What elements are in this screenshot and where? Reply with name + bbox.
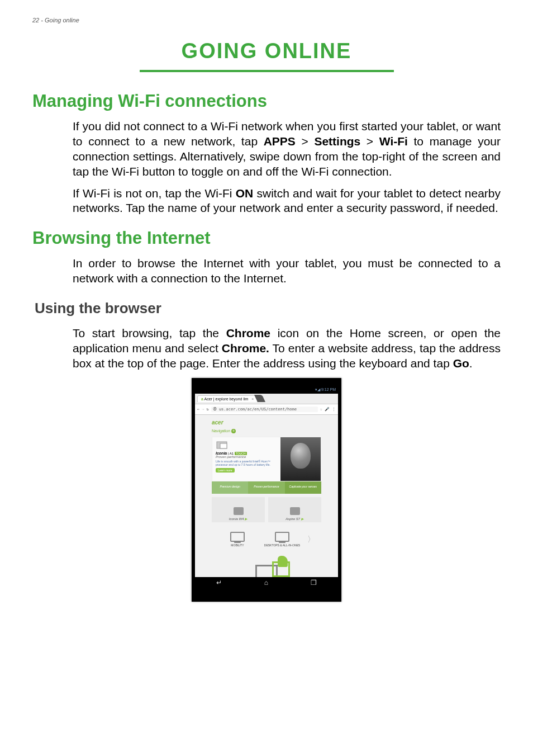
paragraph-browse-intro: In order to browse the Internet with you…: [32, 256, 501, 286]
device-thumb-icon: [216, 441, 230, 451]
touch-badge: TOUCH: [235, 452, 247, 455]
laptop-icon: [230, 532, 245, 542]
product-thumb-icon: [290, 507, 300, 515]
address-bar[interactable]: ⦿ us.acer.com/ac/en/US/content/home: [211, 407, 318, 412]
category-mobility[interactable]: MOBILITY: [218, 528, 257, 551]
hero-left: Iconia | A1 TOUCH Proven performance Lif…: [212, 437, 280, 481]
url-text: us.acer.com/ac/en/US/content/home: [219, 407, 297, 412]
subheading-using-browser: Using the browser: [35, 300, 501, 317]
page-number: 22: [32, 17, 39, 23]
category-row: MOBILITY DESKTOPS & ALL-IN-ONES 〉: [212, 528, 321, 551]
back-icon[interactable]: ←: [197, 407, 199, 412]
product-row: Iconia W4 ▶ Aspire S7 ▶: [212, 497, 321, 522]
acer-logo: acer: [195, 415, 338, 427]
hero-tab-1[interactable]: Premium design: [212, 481, 248, 494]
page-title: GOING ONLINE: [32, 39, 501, 70]
arrow-icon: ▶: [245, 517, 248, 521]
navigation-label[interactable]: Navigation +: [195, 427, 338, 437]
browser-tab-row: a Acer | explore beyond lim ×: [195, 394, 338, 404]
hero-tab-3[interactable]: Captivate your senses: [285, 481, 321, 494]
forward-icon[interactable]: →: [202, 407, 204, 412]
star-outline-icon[interactable]: ☆: [320, 407, 322, 412]
paragraph-browser-1: To start browsing, tap the Chrome icon o…: [32, 326, 501, 371]
desktop-icon: [275, 532, 289, 542]
hero-title: Iconia: [216, 451, 227, 455]
learn-more-button[interactable]: Learn more: [216, 468, 235, 472]
header-breadcrumb: 22 - Going online: [32, 17, 501, 23]
globe-icon: ⦿: [213, 407, 219, 412]
nav-home-icon[interactable]: ⌂: [264, 579, 268, 587]
hero-banner: Iconia | A1 TOUCH Proven performance Lif…: [212, 437, 321, 481]
tab-title: Acer | explore beyond lim: [204, 397, 248, 401]
hero-subtitle: Proven performance: [216, 455, 277, 459]
android-nav-bar: ↵ ⌂ ❐: [195, 577, 338, 588]
arrow-icon: ▶: [301, 517, 304, 521]
mic-icon[interactable]: 🎤: [325, 407, 330, 412]
reload-icon[interactable]: ↻: [206, 407, 208, 412]
category-desktops[interactable]: DESKTOPS & ALL-IN-ONES: [263, 528, 302, 551]
product-card-1[interactable]: Iconia W4 ▶: [212, 497, 265, 522]
status-bar: ▾◢ 9:12 PM: [195, 387, 338, 394]
close-tab-icon[interactable]: ×: [251, 397, 254, 401]
tablet-frame: ▾◢ 9:12 PM a Acer | explore beyond lim ×…: [192, 378, 341, 602]
browser-toolbar: ← → ↻ ⦿ us.acer.com/ac/en/US/content/hom…: [195, 404, 338, 415]
nav-recent-icon[interactable]: ❐: [311, 579, 317, 587]
hero-blurb: Life is smooth with a powerful Intel® At…: [216, 460, 277, 466]
chevron-right-icon[interactable]: 〉: [307, 535, 315, 545]
portrait-photo: [291, 443, 311, 469]
product-thumb-icon: [234, 507, 244, 515]
section-name: Going online: [45, 17, 79, 23]
hero-image: [280, 437, 321, 481]
tablet-screen: ▾◢ 9:12 PM a Acer | explore beyond lim ×…: [195, 387, 338, 588]
product-card-2[interactable]: Aspire S7 ▶: [268, 497, 321, 522]
hero-tab-2[interactable]: Proven performance: [248, 481, 284, 494]
hero-tabs: Premium design Proven performance Captiv…: [212, 481, 321, 494]
plus-icon: +: [231, 429, 236, 433]
browser-tab-active[interactable]: a Acer | explore beyond lim ×: [197, 395, 258, 402]
more-vert-icon[interactable]: ⋮: [332, 407, 336, 412]
status-time: 9:12 PM: [321, 388, 336, 391]
paragraph-wifi-1: If you did not connect to a Wi-Fi networ…: [32, 119, 501, 179]
heading-browsing-internet: Browsing the Internet: [32, 228, 501, 248]
heading-managing-wifi: Managing Wi-Fi connections: [32, 91, 501, 111]
acer-favicon: a: [201, 397, 203, 401]
nav-back-icon[interactable]: ↵: [216, 579, 222, 587]
wifi-status-icon: ▾◢: [315, 388, 321, 391]
paragraph-wifi-2: If Wi-Fi is not on, tap the Wi-Fi ON swi…: [32, 186, 501, 216]
title-underline: [140, 70, 394, 72]
hand-icon: [278, 556, 288, 567]
svg-rect-1: [220, 443, 227, 448]
